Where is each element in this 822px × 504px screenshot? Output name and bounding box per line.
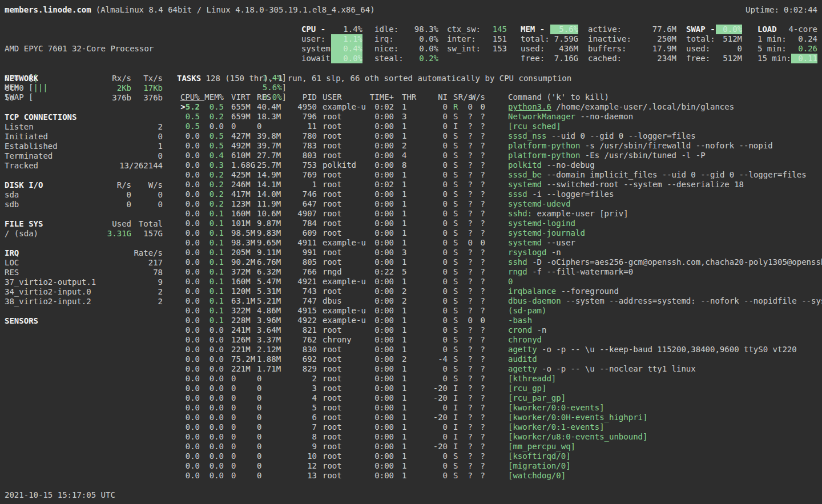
cell-text: root [323, 432, 342, 442]
col-time: TIME+ [371, 92, 394, 102]
proc-ni: 0 [416, 248, 448, 257]
proc-res: 5.31M [257, 287, 285, 296]
proc-pid: 743 [285, 287, 317, 296]
proc-ws: ? [473, 287, 485, 296]
cell-text: 0 [443, 287, 448, 296]
cell-text: ? [468, 180, 473, 189]
cell-text: 0:00 [374, 364, 394, 374]
proc-cpu: 0.0 [177, 141, 200, 151]
proc-pid: 746 [285, 189, 317, 199]
proc-virt: 98.3M [231, 238, 257, 248]
cell-text: 0 [257, 374, 261, 384]
proc-thr: 1 [402, 170, 416, 180]
command-args: -s /usr/sbin/firewalld --nofork --nopid [580, 141, 772, 151]
row-value: 2 [131, 297, 163, 307]
table-row: Initiated0 [5, 132, 163, 142]
cell-text: ? [481, 160, 485, 170]
proc-pid: 609 [285, 228, 317, 238]
cell-text: ? [481, 354, 485, 364]
command-name: agetty [508, 364, 537, 374]
proc-time: 0:00 [371, 112, 394, 122]
process-row: 0.00.0221M1.71M829root0:0010S??agetty -o… [177, 364, 822, 374]
process-row: 0.00.0009root0:001-20I??[mm_percpu_wq] [177, 442, 822, 451]
cell-text: 1 [402, 335, 406, 345]
cell-text: 1 [402, 384, 406, 393]
cell-text: 0 [231, 432, 236, 442]
cell-text: 830 [303, 345, 317, 354]
process-row: >5.20.5655M40.4M4950example-u0:0210R00py… [177, 102, 822, 112]
command-args: -f --fill-watermark=0 [527, 267, 633, 277]
cell-text: 0.0 [209, 451, 224, 461]
proc-rs: ? [461, 248, 473, 257]
proc-command: sssd -i --logger=files [508, 189, 822, 199]
proc-cpu: 0.0 [177, 209, 200, 219]
proc-user: root [323, 180, 371, 189]
cell-text: 2 [402, 296, 406, 306]
cell-text: 27.7M [257, 151, 281, 160]
proc-thr: 1 [402, 131, 416, 141]
cell-text: S [453, 316, 458, 325]
cell-text: S [453, 151, 458, 160]
proc-thr: 1 [402, 432, 416, 442]
cell-text: ? [468, 160, 473, 170]
cell-text: 9.83M [257, 228, 281, 238]
cell-text: I [453, 422, 458, 432]
cell-text: root [323, 364, 342, 374]
row-value: 0 [131, 190, 163, 200]
cell-text: 747 [303, 296, 317, 306]
process-row: 0.00.5427M39.8M780root0:0010S??sssd_nss … [177, 131, 822, 141]
proc-cpu: 0.0 [177, 306, 200, 316]
proc-status: S [453, 296, 461, 306]
proc-ni: 0 [416, 141, 448, 151]
cell-text: 0 [443, 151, 448, 160]
proc-thr: 5 [402, 267, 416, 277]
cell-text: 0:00 [374, 189, 394, 199]
cell-text: -20 [433, 393, 448, 403]
row-name: lo [5, 93, 97, 103]
row-value: 2Kb [97, 83, 131, 93]
cell-text: 0:00 [374, 228, 394, 238]
cell-text: 805 [303, 257, 317, 267]
proc-res: 39.7M [257, 141, 285, 151]
cell-text: 0.1 [209, 257, 224, 267]
cell-text: 0:00 [374, 238, 394, 248]
cell-text: 0 [257, 432, 261, 442]
row-value: 0 [97, 190, 131, 200]
stat-value: 7.16G [550, 54, 578, 63]
cell-text: MEM% [204, 92, 224, 102]
cpu-value: 0.0 [186, 287, 200, 296]
proc-res: 5.21M [257, 296, 285, 306]
command-args: -n [546, 248, 561, 257]
proc-virt: 120M [231, 287, 257, 296]
cell-text: example-u [323, 306, 366, 316]
cell-text: I [453, 384, 458, 393]
row-name: Tracked [5, 161, 97, 171]
cell-text: 0:00 [374, 277, 394, 287]
cell-text: 991 [303, 248, 317, 257]
cell-text: -20 [433, 442, 448, 451]
cell-text: 1 [402, 413, 406, 422]
cell-text: 0:02 [374, 102, 394, 112]
proc-res: 14.1M [257, 180, 285, 189]
proc-cpu: 0.0 [177, 257, 200, 267]
proc-time: 0:00 [371, 316, 394, 325]
stat-label: buffers: [588, 44, 631, 54]
row-name: 38_virtio2-input.2 [5, 297, 97, 307]
cell-text: ? [481, 112, 485, 122]
command-name: [kthreadd] [508, 374, 556, 384]
cell-text: 692 [303, 354, 317, 364]
cell-text: 0.1 [209, 219, 224, 228]
process-row: 0.00.190.2M6.76M805root0:0010S??sshd -D … [177, 257, 822, 267]
cell-text: ? [468, 257, 473, 267]
stat-label: active: [588, 25, 631, 34]
cell-text: ? [468, 422, 473, 432]
process-row: 0.00.163.1M5.21M747dbus0:0020S??dbus-dae… [177, 296, 822, 306]
cell-text: S [453, 112, 458, 122]
cell-text: 0 [443, 451, 448, 461]
terminal-screen[interactable]: members.linode.com (AlmaLinux 8.4 64bit … [0, 0, 822, 504]
proc-virt: 0 [231, 403, 257, 413]
section-title: DISK I/O [5, 180, 97, 190]
stat-value: 153 [481, 44, 507, 54]
cell-text: ? [481, 325, 485, 335]
cell-text: S [453, 267, 458, 277]
